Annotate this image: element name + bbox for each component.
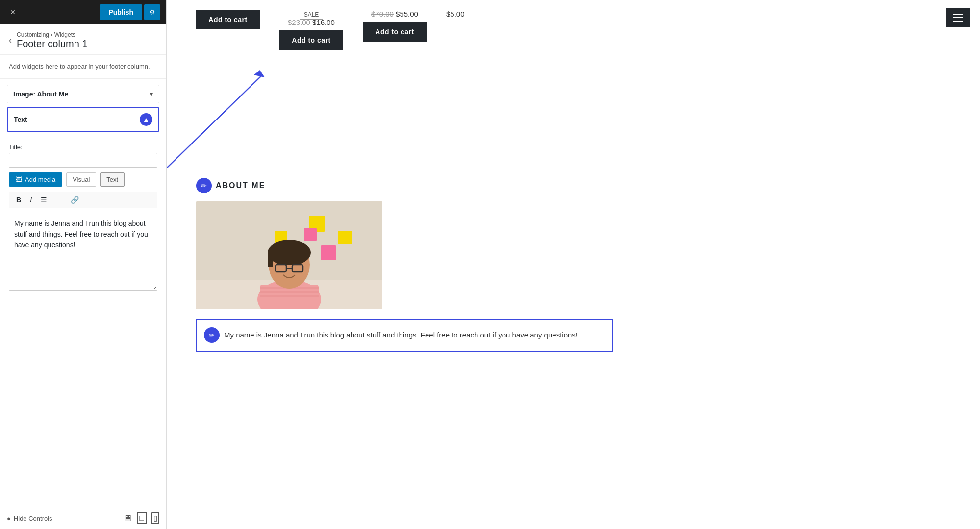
arrow-annotation-area	[167, 60, 980, 168]
about-me-text-edit-icon[interactable]: ✏	[204, 327, 220, 343]
product-card-2: SALE $23.00 $16.00 Add to cart	[279, 10, 343, 50]
hamburger-line-2	[953, 17, 963, 18]
image-widget-label: Image: About Me	[13, 90, 68, 98]
publish-group: Publish ⚙	[100, 4, 160, 20]
title-label: Title:	[9, 144, 157, 151]
bold-button[interactable]: B	[13, 195, 24, 205]
media-toolbar: 🖼 Add media Visual Text	[9, 172, 157, 187]
add-to-cart-button-1[interactable]: Add to cart	[196, 10, 260, 29]
visual-tab-button[interactable]: Visual	[66, 172, 96, 187]
top-bar: × Publish ⚙	[0, 0, 166, 24]
text-tab-button[interactable]: Text	[100, 172, 125, 187]
breadcrumb-nav: Customizing › Widgets	[17, 31, 88, 38]
about-me-text-box: ✏ My name is Jenna and I run this blog a…	[196, 319, 613, 352]
title-input[interactable]	[9, 153, 157, 168]
annotation-arrow-svg	[167, 60, 461, 168]
editor-toolbar: B I ☰ ≣ 🔗	[9, 192, 157, 208]
tablet-icon: □	[137, 512, 147, 524]
product-card-1: Add to cart	[196, 10, 260, 29]
product-3-old-price: $70.00	[371, 10, 394, 18]
svg-rect-17	[268, 253, 273, 267]
about-me-title: ABOUT ME	[216, 181, 265, 190]
about-me-header: ✏ ABOUT ME	[196, 178, 951, 193]
text-widget-expand-button[interactable]: ▲	[140, 113, 152, 126]
hide-controls-button[interactable]: ● Hide Controls	[7, 515, 52, 522]
ordered-list-icon: ≣	[56, 196, 62, 204]
widget-form: Title: 🖼 Add media Visual Text B I ☰ ≣ 🔗	[0, 138, 166, 529]
unordered-list-button[interactable]: ☰	[38, 195, 50, 205]
right-content: Add to cart SALE $23.00 $16.00 Add to ca…	[167, 0, 980, 529]
widgets-list: Image: About Me ▾ Text ▲	[0, 79, 166, 138]
add-to-cart-button-2[interactable]: Add to cart	[279, 30, 343, 50]
image-widget-item[interactable]: Image: About Me ▾	[7, 85, 159, 103]
description-area: Add widgets here to appear in your foote…	[0, 55, 166, 79]
desktop-icon: 🖥	[123, 513, 132, 524]
hamburger-line-3	[953, 21, 963, 22]
back-arrow-button[interactable]: ‹	[9, 35, 12, 46]
about-me-section: ✏ ABOUT ME	[167, 168, 980, 366]
product-2-new-price: $16.00	[312, 18, 335, 26]
svg-rect-13	[260, 291, 319, 293]
publish-button[interactable]: Publish	[100, 4, 142, 20]
breadcrumb-area: ‹ Customizing › Widgets Footer column 1	[0, 24, 166, 55]
product-3-new-price: $55.00	[396, 10, 418, 18]
italic-button[interactable]: I	[27, 195, 35, 205]
text-editor[interactable]: My name is Jenna and I run this blog abo…	[9, 213, 157, 291]
left-panel: × Publish ⚙ ‹ Customizing › Widgets Foot…	[0, 0, 167, 529]
about-me-person-svg	[196, 201, 382, 309]
add-media-label: Add media	[25, 176, 55, 183]
svg-rect-14	[260, 295, 319, 297]
settings-button[interactable]: ⚙	[144, 4, 160, 20]
preview-area: Add to cart SALE $23.00 $16.00 Add to ca…	[167, 0, 980, 529]
tablet-view-button[interactable]: □	[137, 512, 147, 524]
about-me-image	[196, 201, 382, 309]
link-button[interactable]: 🔗	[68, 195, 82, 205]
product-2-old-price: $23.00	[288, 18, 310, 26]
svg-rect-9	[304, 228, 317, 241]
product-card-4: $5.00	[446, 10, 465, 18]
hamburger-menu-button[interactable]	[946, 8, 970, 27]
product-4-price: $5.00	[446, 10, 465, 18]
svg-point-16	[268, 240, 311, 265]
unordered-list-icon: ☰	[41, 196, 47, 204]
hamburger-line-1	[953, 14, 963, 15]
add-media-button[interactable]: 🖼 Add media	[9, 172, 62, 187]
hide-controls-icon: ●	[7, 515, 11, 522]
add-media-icon: 🖼	[16, 176, 22, 183]
text-widget-label: Text	[14, 116, 27, 123]
about-me-body-text: My name is Jenna and I run this blog abo…	[224, 330, 578, 341]
breadcrumb-text: Customizing › Widgets Footer column 1	[17, 31, 88, 49]
close-button[interactable]: ×	[6, 5, 20, 19]
pencil-icon-2: ✏	[209, 331, 215, 339]
shop-row: Add to cart SALE $23.00 $16.00 Add to ca…	[167, 0, 980, 60]
link-icon: 🔗	[71, 196, 79, 204]
desktop-view-button[interactable]: 🖥	[123, 512, 132, 524]
add-to-cart-button-3[interactable]: Add to cart	[363, 22, 427, 42]
text-widget-item[interactable]: Text ▲	[7, 107, 159, 132]
chevron-down-icon: ▾	[150, 90, 153, 98]
product-2-prices: SALE $23.00 $16.00	[288, 10, 335, 26]
bottom-controls: ● Hide Controls 🖥 □ ▯	[0, 507, 166, 529]
mobile-icon: ▯	[151, 512, 159, 524]
device-buttons: 🖥 □ ▯	[123, 512, 159, 524]
hide-controls-label: Hide Controls	[14, 515, 52, 522]
svg-rect-5	[338, 231, 352, 244]
product-card-3: $70.00 $55.00 Add to cart	[363, 10, 427, 42]
description-text: Add widgets here to appear in your foote…	[9, 63, 150, 70]
product-3-prices: $70.00 $55.00	[371, 10, 418, 18]
svg-marker-1	[254, 70, 265, 77]
mobile-view-button[interactable]: ▯	[151, 512, 159, 524]
svg-rect-8	[321, 245, 336, 260]
pencil-icon: ✏	[201, 182, 207, 190]
title-field-group: Title:	[9, 144, 157, 168]
page-title: Footer column 1	[17, 38, 88, 49]
ordered-list-button[interactable]: ≣	[53, 195, 65, 205]
svg-line-0	[167, 75, 262, 168]
about-me-edit-icon[interactable]: ✏	[196, 178, 212, 193]
